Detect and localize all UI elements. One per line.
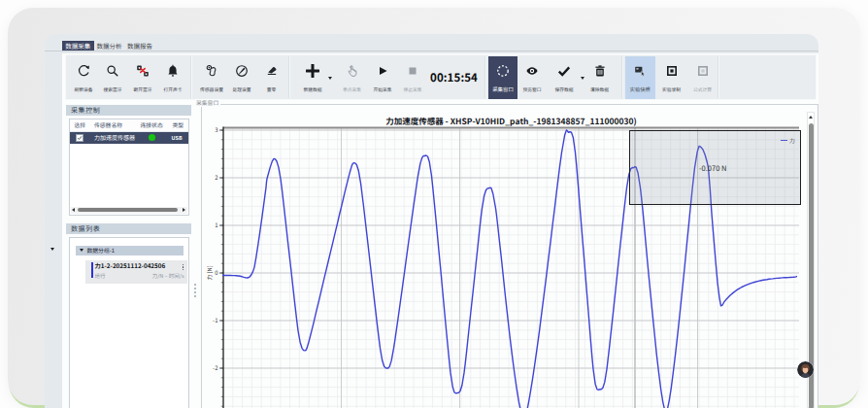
hand-point-icon [346,64,359,78]
trash-icon [593,64,607,78]
toolbar-button-label: 搜索蓝牙 [103,86,121,92]
user-avatar[interactable] [797,361,814,378]
acquisition-window-button[interactable]: 采集窗口 [488,56,517,99]
clear-data-button[interactable]: 清除数据 [585,56,615,99]
acquisition-timer: 00:15:54 [430,71,478,83]
sensor-row[interactable]: 力加速度传感器 USB [70,132,188,144]
data-group-label: 数据分组-1 [87,246,115,255]
toolbar-button-label: 采集窗口 [492,86,514,92]
collection-control-header: 采集控制 [66,105,191,116]
stop-acquire-button[interactable]: 停止采集 [398,56,427,99]
groupbox-border [201,104,818,105]
toolbar-button-label: 处理设置 [232,86,250,92]
sensor-icon [205,64,218,78]
toolbar-button-label: 开始采集 [373,86,391,92]
snapshot-icon [633,64,647,78]
sensor-checkbox[interactable] [76,134,83,142]
toolbar-button-label: 新建数据 [303,86,321,92]
disconnect-bluetooth-button[interactable]: 断开蓝牙 [128,56,157,99]
formula-icon [696,64,710,78]
new-data-button[interactable]: 新建数据 [298,56,327,99]
bluetooth-disconnect-icon [136,64,150,78]
svg-text:-1: -1 [213,316,217,324]
tab-data-acquisition[interactable]: 数据采集 [62,41,94,51]
refresh-devices-button[interactable]: 刷新设备 [69,56,98,99]
hscroll-thumb[interactable] [78,208,178,212]
experiment-record-button[interactable]: 实验录制 [657,56,686,99]
save-data-button[interactable]: 保存数据 [550,56,579,99]
toolbar-button-label: 实验快照 [630,86,651,92]
search-icon [106,64,119,78]
sensor-table-hscrollbar[interactable] [71,207,187,214]
sensor-type: USB [172,132,183,144]
col-select: 选择 [75,119,86,131]
eye-icon [525,64,539,78]
record-icon [665,64,679,78]
col-connection-status: 连接状态 [141,119,163,131]
toolbar-button-label: 实验录制 [662,86,681,92]
save-data-dropdown-caret-icon[interactable] [581,77,584,80]
data-item-title: 力1-2-20251112-042506 [95,262,166,270]
stop-icon [406,64,419,78]
toolbar-separator [718,56,719,98]
panel-splitter-handle[interactable] [194,284,196,299]
data-item-color-bar [91,262,93,279]
svg-text:3: 3 [215,125,217,134]
tab-data-report[interactable]: 数据报告 [125,41,154,51]
experiment-snapshot-button[interactable]: 实验快照 [625,56,656,99]
data-item-status: 运行 [95,273,106,280]
scroll-right-icon[interactable] [183,208,185,212]
preview-window-button[interactable]: 预览窗口 [517,56,547,99]
dashed-circle-icon [496,64,510,78]
start-acquire-button[interactable]: 开始采集 [368,56,397,99]
screenshot-stage: 数据采集 数据分析 数据报告 刷新设备 搜索蓝牙 断开蓝牙 [0,0,868,408]
toolbar-button-label: 断开蓝牙 [133,86,151,92]
data-item-menu-icon[interactable] [183,264,184,271]
eraser-icon [265,64,279,78]
toolbar-button-label: 置零 [267,86,277,92]
tab-underline [45,51,818,51]
refresh-icon [77,64,90,78]
data-list-header: 数据列表 [66,223,191,234]
data-group-row[interactable]: 数据分组-1 [76,246,184,255]
svg-text:2: 2 [215,173,218,182]
measurement-readout: -0.070 N [699,163,726,172]
play-icon [376,64,389,78]
toolbar-button-label: 保存数据 [554,86,573,92]
toolbar-button-label: 预览窗口 [522,86,541,92]
open-soundcard-button[interactable]: 打开声卡 [158,56,187,99]
new-data-dropdown-caret-icon[interactable] [328,77,332,80]
search-bluetooth-button[interactable]: 搜索蓝牙 [98,56,127,99]
toolbar-button-label: 打开声卡 [163,86,182,92]
formula-calc-button[interactable]: 公式计算 [688,56,718,99]
checkmark-icon [77,135,83,141]
svg-text:0: 0 [215,268,218,277]
svg-text:1: 1 [215,221,217,229]
svg-text:-2: -2 [213,363,218,372]
status-dot [149,134,155,141]
sidebar-collapse-arrow-icon[interactable] [50,248,54,251]
data-item[interactable]: 力1-2-20251112-042506 运行 力/N – 时间/s [85,260,187,285]
set-zero-button[interactable]: 置零 [257,56,286,99]
toolbar-separator [288,56,290,98]
groupbox-label: 采集窗口 [195,99,220,107]
processing-settings-button[interactable]: 处理设置 [227,56,256,99]
toolbar-separator [484,56,486,98]
group-expand-arrow-icon[interactable] [80,249,83,252]
col-sensor-name: 传感器名称 [94,119,122,131]
toolbar-separator [190,56,192,98]
toolbar-button-label: 传感器设置 [200,86,223,92]
toolbar-button-label: 刷新设备 [74,86,92,92]
toolbar-separator [621,56,623,98]
data-item-axes: 力/N – 时间/s [152,273,184,280]
scroll-up-icon[interactable] [809,116,813,119]
toolbar-button-label: 单点采集 [343,86,361,92]
scroll-left-icon[interactable] [72,208,75,212]
avatar-person-icon [797,361,814,378]
sensor-settings-button[interactable]: 传感器设置 [195,56,228,99]
toolbar-button-label: 清除数据 [590,86,609,92]
tab-data-analysis[interactable]: 数据分析 [95,41,124,51]
toolbar-button-label: 停止采集 [403,86,421,92]
single-point-acquire-button[interactable]: 单点采集 [338,56,367,99]
plus-icon [306,64,319,78]
